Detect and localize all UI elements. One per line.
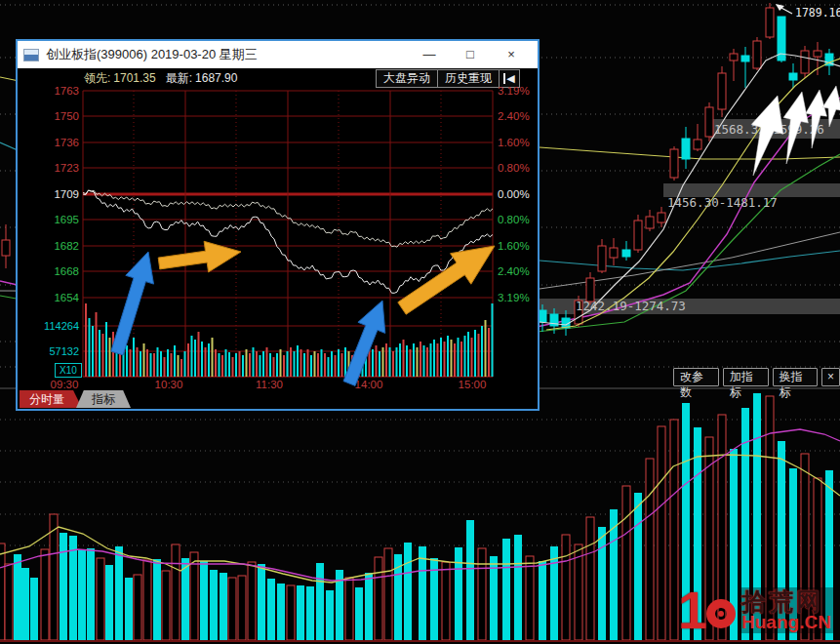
window-icon <box>23 49 39 61</box>
gap-band-labels: 1568.32-1599.261456.30-1481.171242.19-12… <box>576 122 824 313</box>
orange-arrow-icon <box>398 246 495 314</box>
minimize-button[interactable]: — <box>409 42 450 67</box>
price-axis-label: 1750 <box>54 110 79 122</box>
percent-axis-label: 2.40% <box>498 265 530 277</box>
volume-multiplier-badge: X10 <box>55 363 82 378</box>
price-axis-label: 1763 <box>54 86 79 97</box>
percent-axis-label: 1.60% <box>498 137 530 148</box>
leading-label: 领先: <box>84 70 110 87</box>
intraday-header: 领先: 1701.35 最新: 1687.90 大盘异动 历史重现 ◀ <box>84 69 520 87</box>
percent-axis-label: 2.40% <box>498 110 530 122</box>
popup-tabs: 分时量 指标 <box>20 390 131 408</box>
close-button[interactable]: × <box>491 42 532 67</box>
percent-axis-label: 0.80% <box>498 162 530 174</box>
leading-value: 1701.35 <box>113 71 155 85</box>
minute-volume-bars <box>85 303 494 377</box>
price-axis-label: 1736 <box>54 137 79 148</box>
price-axis-label: 1654 <box>54 292 79 303</box>
popup-body: 领先: 1701.35 最新: 1687.90 大盘异动 历史重现 ◀ 1763… <box>18 68 538 409</box>
price-axis-label: 1709 <box>54 188 79 200</box>
history-replay-button[interactable]: 历史重现 <box>438 70 500 87</box>
watermark-number: 1 <box>678 581 736 639</box>
market-anomaly-button[interactable]: 大盘异动 <box>377 70 438 87</box>
price-axis-label: 1695 <box>54 214 79 225</box>
window-controls: — □ × <box>409 42 532 67</box>
gap-band-label: 1242.19-1274.73 <box>576 299 686 313</box>
indicator-toolbar: 改参数 加指标 换指标 × <box>673 368 840 386</box>
window-title: 创业板指(399006) 2019-03-20 星期三 <box>46 46 258 63</box>
add-indicator-button[interactable]: 加指标 <box>723 368 769 386</box>
toolbar-close-button[interactable]: × <box>821 368 840 386</box>
price-axis-left: 1763175017361723170916951682166816541142… <box>44 86 79 357</box>
intraday-grid <box>83 91 493 377</box>
watermark-domain: Huang.CN <box>741 613 831 632</box>
percent-axis-right: 3.19%2.40%1.60%0.80%0.00%0.80%1.60%2.40%… <box>498 86 530 303</box>
price-axis-label: 1668 <box>54 265 79 277</box>
percent-axis-label: 0.80% <box>498 214 530 225</box>
time-axis-label: 09:30 <box>51 379 79 390</box>
tab-minute-volume[interactable]: 分时量 <box>20 390 82 408</box>
high-price-label: 1789.16 <box>795 6 840 20</box>
skip-back-icon: ◀ <box>503 73 514 84</box>
switch-indicator-button[interactable]: 换指标 <box>773 368 819 386</box>
time-axis-label: 11:30 <box>256 379 283 390</box>
tab-indicator[interactable]: 指标 <box>76 390 131 408</box>
watermark-site: 拾荒网 <box>741 588 831 614</box>
intraday-popup-window[interactable]: 创业板指(399006) 2019-03-20 星期三 — □ × 领先: 17… <box>16 39 540 411</box>
intraday-chart: 1763175017361723170916951682166816541142… <box>18 86 538 409</box>
watermark: 1 拾荒网 Huang.CN <box>678 578 840 642</box>
time-axis-label: 10:30 <box>155 379 183 390</box>
blue-arrow-icon <box>111 252 154 355</box>
volume-axis-label: 114264 <box>44 320 79 332</box>
volume-axis-label: 57132 <box>49 345 79 357</box>
percent-axis-label: 1.60% <box>498 240 530 252</box>
gear-icon <box>706 599 736 628</box>
percent-axis-label: 3.19% <box>498 86 530 97</box>
watermark-text: 拾荒网 Huang.CN <box>740 587 833 633</box>
close-icon: × <box>827 370 834 383</box>
gap-band-label: 1456.30-1481.17 <box>667 195 778 210</box>
percent-axis-label: 0.00% <box>498 188 530 200</box>
time-axis-label: 14:00 <box>355 379 383 390</box>
change-params-button[interactable]: 改参数 <box>673 368 719 386</box>
popup-titlebar[interactable]: 创业板指(399006) 2019-03-20 星期三 — □ × <box>18 41 538 68</box>
price-axis-label: 1723 <box>54 162 79 174</box>
screen: 1568.32-1599.261456.30-1481.171242.19-12… <box>0 0 840 644</box>
percent-axis-label: 3.19% <box>498 292 530 303</box>
maximize-button[interactable]: □ <box>450 42 491 67</box>
header-buttons: 大盘异动 历史重现 ◀ <box>376 69 520 88</box>
latest-label: 最新: <box>166 70 192 87</box>
time-axis: 09:3010:3011:3014:0015:00 <box>51 379 487 390</box>
time-axis-label: 15:00 <box>459 379 487 390</box>
rewind-button[interactable]: ◀ <box>500 70 519 87</box>
price-axis-label: 1682 <box>54 240 79 252</box>
latest-value: 1687.90 <box>195 71 237 85</box>
